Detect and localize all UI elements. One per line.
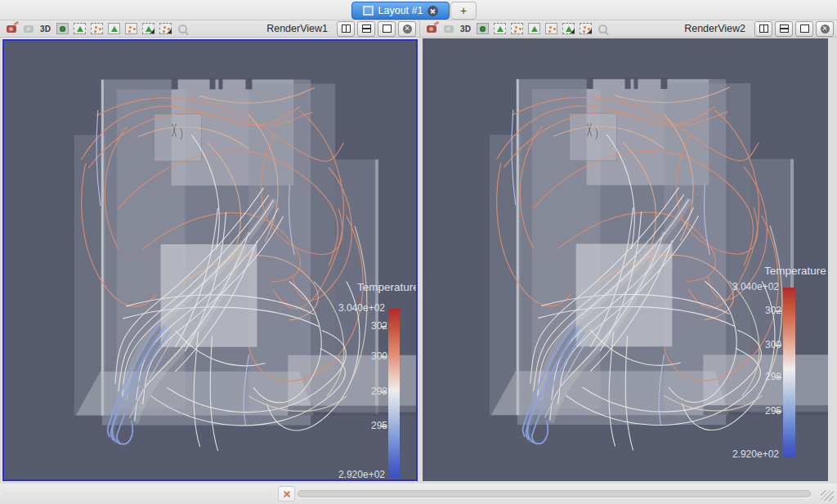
maximize-view-button[interactable] [378,21,396,37]
renderview1-window-buttons [334,21,416,37]
legend-title: Temperature [357,281,418,293]
tab-layout-1[interactable]: Layout #1 [351,2,450,20]
renderview2-viewport[interactable]: Temperature 3.040e+02 302 300 298 295 2.… [423,38,828,481]
toggle-2d-3d-button[interactable]: 3D [459,22,473,35]
maximize-view-button[interactable] [795,21,813,37]
streamlines-scene [4,41,416,479]
legend-tick-label: 298 [724,371,781,382]
frame-slider[interactable] [298,490,811,497]
paraview-layout-window: Layout #1 + 3D RenderView1 [0,0,837,504]
close-frame-button[interactable] [278,486,295,502]
bottom-frame-bar [0,484,837,504]
legend-tick-label: 295 [330,420,387,431]
legend-max-label: 3.040e+02 [722,281,779,292]
split-view-vertical-button[interactable] [775,21,793,37]
tab-layout-1-label: Layout #1 [378,5,423,16]
renderview1-header: 3D RenderView1 [0,20,420,38]
close-view-icon [821,25,830,33]
renderview2-toolbar: 3D [420,22,611,35]
legend-tick-label: 300 [724,339,781,350]
interactive-select-cells-icon[interactable] [141,22,156,35]
close-tab-icon[interactable] [427,6,438,16]
resize-grip[interactable] [821,490,834,501]
renderview1-title: RenderView1 [266,23,328,34]
toggle-2d-3d-button[interactable]: 3D [38,22,53,35]
interactive-select-points-icon[interactable] [159,22,173,35]
zoom-to-selection-icon [596,22,611,35]
frame-texture [5,493,273,495]
close-view-icon [403,25,412,33]
split-view-horizontal-button[interactable] [337,21,355,37]
legend-tick-label: 298 [330,386,387,397]
legend-tick-label: 302 [724,305,781,316]
renderview1-viewport[interactable]: Temperature 3.040e+02 302 300 298 295 2.… [2,39,418,481]
legend-max-label: 3.040e+02 [328,302,385,314]
layout-tab-bar: Layout #1 + [0,0,837,20]
close-view-button[interactable] [816,21,834,37]
new-layout-tab[interactable]: + [450,2,477,20]
view-area: Temperature 3.040e+02 302 300 298 295 2.… [0,38,837,484]
renderview2-header: 3D RenderView2 [420,20,837,38]
legend-colorbar[interactable] [783,288,795,457]
legend-min-label: 2.920e+02 [722,448,779,460]
reset-camera-icon[interactable] [424,22,439,35]
adjust-camera-icon[interactable] [476,22,490,35]
select-cells-through-icon[interactable] [527,22,542,35]
split-view-horizontal-button[interactable] [754,21,772,37]
interactive-select-cells-icon[interactable] [562,22,576,35]
split-view-vertical-button[interactable] [357,21,375,37]
zoom-to-selection-icon [176,22,190,35]
renderview1-toolbar: 3D [0,22,191,35]
close-view-button[interactable] [398,21,416,37]
legend-tick-label: 302 [330,320,387,332]
select-cells-on-icon[interactable] [493,22,508,35]
layout-icon [363,6,374,16]
mode-3d-label: 3D [40,25,51,33]
zoom-to-data-icon [21,22,36,35]
renderview2-title: RenderView2 [684,23,745,34]
new-layout-tab-label: + [460,4,467,17]
reset-camera-icon[interactable] [4,22,19,35]
interactive-select-points-icon[interactable] [579,22,593,35]
legend-title: Temperature [764,265,826,277]
zoom-to-data-icon [441,22,456,35]
select-points-through-icon[interactable] [124,22,139,35]
mode-3d-label: 3D [460,25,471,33]
legend-tick-label: 295 [724,405,781,417]
select-points-on-icon[interactable] [510,22,525,35]
select-cells-on-icon[interactable] [73,22,87,35]
legend-tick-label: 300 [330,350,387,362]
select-points-through-icon[interactable] [544,22,559,35]
renderview2-window-buttons [752,21,834,37]
legend-min-label: 2.920e+02 [328,469,385,480]
adjust-camera-icon[interactable] [56,22,70,35]
select-points-on-icon[interactable] [90,22,105,35]
legend-colorbar[interactable] [388,309,400,478]
select-cells-through-icon[interactable] [107,22,122,35]
